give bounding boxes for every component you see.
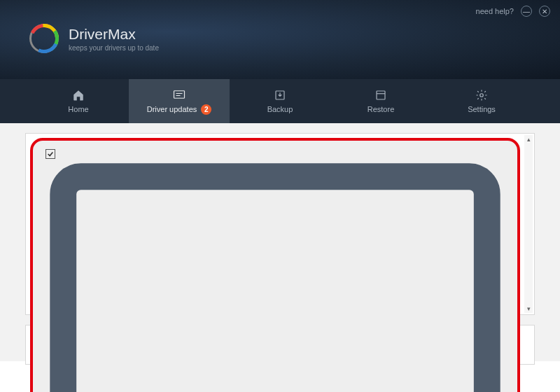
svg-point-4	[480, 94, 484, 97]
nav-driver-updates[interactable]: Driver updates 2	[129, 79, 230, 123]
svg-rect-5	[63, 176, 487, 392]
nav-restore-label: Restore	[368, 105, 395, 113]
nav-backup[interactable]: Backup	[230, 79, 330, 123]
updates-icon	[172, 88, 186, 101]
scroll-up-icon[interactable]: ▴	[524, 135, 533, 144]
main-nav: Home Driver updates 2 Backup Restore Set…	[0, 79, 560, 123]
close-button[interactable]: ✕	[539, 6, 550, 17]
driver-row-highlighted[interactable]: AMD Radeon TM Graphics Update available …	[30, 138, 520, 392]
help-link[interactable]: need help?	[476, 7, 514, 15]
nav-updates-label: Driver updates	[147, 105, 197, 113]
drivermax-logo-icon	[29, 24, 59, 53]
updates-badge: 2	[201, 104, 211, 115]
minimize-button[interactable]: —	[521, 6, 532, 17]
app-title: DriverMax	[69, 26, 159, 43]
nav-settings-label: Settings	[468, 105, 496, 113]
nav-settings[interactable]: Settings	[431, 79, 532, 123]
nav-home[interactable]: Home	[28, 79, 129, 123]
nav-restore[interactable]: Restore	[330, 79, 431, 123]
brand: DriverMax keeps your drivers up to date	[29, 24, 159, 53]
scroll-down-icon[interactable]: ▾	[524, 304, 533, 313]
backup-icon	[273, 89, 287, 102]
row-checkbox[interactable]	[46, 149, 55, 159]
content-area: ▴ ▾ AMD Radeon TM Graphics Update availa…	[0, 123, 560, 361]
svg-rect-0	[174, 90, 185, 98]
home-icon	[71, 89, 85, 102]
nav-home-label: Home	[68, 105, 88, 113]
gear-icon	[475, 89, 489, 102]
scrollbar[interactable]: ▴ ▾	[524, 135, 533, 313]
nav-backup-label: Backup	[267, 105, 293, 113]
restore-icon	[374, 89, 388, 102]
app-tagline: keeps your drivers up to date	[69, 44, 159, 52]
driver-list: ▴ ▾ AMD Radeon TM Graphics Update availa…	[25, 133, 535, 315]
app-header: need help? — ✕ DriverMax keeps your driv…	[0, 0, 560, 79]
